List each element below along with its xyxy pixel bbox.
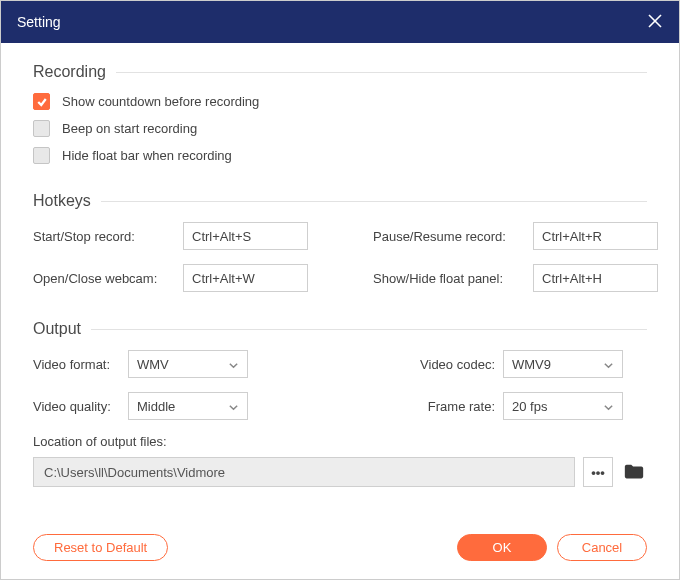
checkbox-label: Hide float bar when recording [62,148,232,163]
output-path-more-button[interactable]: ••• [583,457,613,487]
hotkey-label-pause-resume: Pause/Resume record: [373,229,533,244]
chevron-down-icon [228,401,239,412]
hotkey-input-start-stop[interactable] [183,222,308,250]
checkbox-countdown[interactable] [33,93,50,110]
settings-dialog: Setting Recording Show countdown before … [0,0,680,580]
output-label-frame-rate: Frame rate: [403,399,503,414]
section-header: Output [33,320,647,338]
open-folder-button[interactable] [621,459,647,485]
select-video-codec[interactable]: WMV9 [503,350,623,378]
section-title-recording: Recording [33,63,106,81]
section-recording: Recording Show countdown before recordin… [33,63,647,164]
hotkey-label-float-panel: Show/Hide float panel: [373,271,533,286]
output-path-field[interactable]: C:\Users\ll\Documents\Vidmore [33,457,575,487]
chevron-down-icon [603,359,614,370]
ok-button[interactable]: OK [457,534,547,561]
chevron-down-icon [603,401,614,412]
hotkey-label-webcam: Open/Close webcam: [33,271,183,286]
checkbox-beep[interactable] [33,120,50,137]
checkbox-row-countdown: Show countdown before recording [33,93,647,110]
section-output: Output Video format: WMV Video codec: WM… [33,320,647,487]
section-hotkeys: Hotkeys Start/Stop record: Pause/Resume … [33,192,647,292]
titlebar: Setting [1,1,679,43]
output-path-row: C:\Users\ll\Documents\Vidmore ••• [33,457,647,487]
output-label-video-codec: Video codec: [403,357,503,372]
section-divider [116,72,647,73]
select-value: WMV [137,357,169,372]
folder-icon [622,461,646,483]
hotkey-input-webcam[interactable] [183,264,308,292]
checkbox-row-hide-float: Hide float bar when recording [33,147,647,164]
hotkey-label-start-stop: Start/Stop record: [33,229,183,244]
checkbox-row-beep: Beep on start recording [33,120,647,137]
content: Recording Show countdown before recordin… [1,43,679,524]
reset-button[interactable]: Reset to Default [33,534,168,561]
cancel-button[interactable]: Cancel [557,534,647,561]
select-frame-rate[interactable]: 20 fps [503,392,623,420]
output-location-label: Location of output files: [33,434,647,449]
section-header: Recording [33,63,647,81]
select-video-format[interactable]: WMV [128,350,248,378]
window-title: Setting [17,14,61,30]
checkbox-label: Show countdown before recording [62,94,259,109]
select-value: 20 fps [512,399,547,414]
select-video-quality[interactable]: Middle [128,392,248,420]
output-label-video-format: Video format: [33,357,128,372]
more-icon: ••• [591,465,605,480]
hotkey-input-pause-resume[interactable] [533,222,658,250]
section-title-output: Output [33,320,81,338]
footer: Reset to Default OK Cancel [1,524,679,579]
output-path-value: C:\Users\ll\Documents\Vidmore [44,465,225,480]
hotkey-input-float-panel[interactable] [533,264,658,292]
close-icon[interactable] [647,13,663,32]
select-value: Middle [137,399,175,414]
checkbox-hide-float[interactable] [33,147,50,164]
chevron-down-icon [228,359,239,370]
section-divider [101,201,647,202]
checkbox-label: Beep on start recording [62,121,197,136]
section-title-hotkeys: Hotkeys [33,192,91,210]
section-header: Hotkeys [33,192,647,210]
output-label-video-quality: Video quality: [33,399,128,414]
select-value: WMV9 [512,357,551,372]
section-divider [91,329,647,330]
